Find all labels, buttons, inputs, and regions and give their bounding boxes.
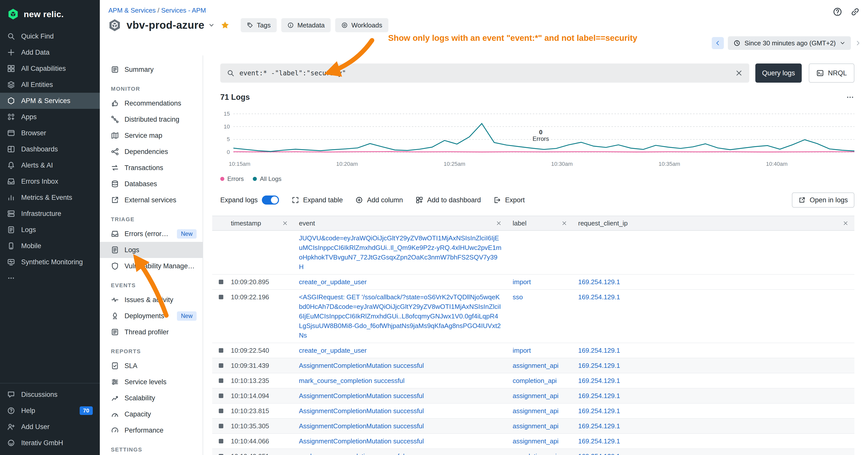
sidebar-item-errors-inbox[interactable]: Errors Inbox [0, 173, 100, 190]
log-event-link[interactable]: AssignmentCompletionMutation successful [299, 362, 424, 369]
sidebar-item-metrics-events[interactable]: Metrics & Events [0, 190, 100, 205]
time-back-button[interactable] [712, 37, 724, 49]
clear-query-icon[interactable] [735, 69, 743, 77]
more-options-icon[interactable] [846, 93, 855, 101]
logs-timeseries-chart[interactable]: 051015 0 Errors [220, 108, 855, 158]
log-label-link[interactable]: import [513, 347, 531, 354]
sidebar-item-browser[interactable]: Browser [0, 125, 100, 141]
subnav-item-deployments[interactable]: DeploymentsNew [100, 308, 203, 324]
subnav-item-performance[interactable]: Performance [100, 422, 203, 438]
log-query-input[interactable]: event:* -"label":"security" [220, 64, 749, 83]
subnav-item-logs[interactable]: Logs [100, 242, 203, 258]
open-in-logs-button[interactable]: Open in logs [792, 193, 855, 207]
subnav-item-thread-profiler[interactable]: Thread profiler [100, 324, 203, 340]
log-row[interactable]: 10:10:49.051mark_course_completion succe… [212, 449, 855, 455]
log-ip-link[interactable]: 169.254.129.1 [578, 422, 620, 430]
subnav-item-external-services[interactable]: External services [100, 192, 203, 208]
query-logs-button[interactable]: Query logs [755, 64, 802, 83]
log-ip-link[interactable]: 169.254.129.1 [578, 437, 620, 445]
sidebar-item-item[interactable] [0, 270, 100, 286]
sidebar-item-infrastructure[interactable]: Infrastructure [0, 205, 100, 222]
breadcrumb-link-services-apm[interactable]: Services - APM [161, 6, 206, 14]
subnav-item-recommendations[interactable]: Recommendations [100, 95, 203, 111]
sidebar-item-alerts-ai[interactable]: Alerts & AI [0, 157, 100, 173]
add-to-dashboard-button[interactable]: Add to dashboard [415, 196, 481, 204]
log-row[interactable]: 10:09:22.196<ASGIRequest: GET '/sso/call… [212, 290, 855, 343]
favorite-star-icon[interactable] [220, 21, 229, 30]
sidebar-item-dashboards[interactable]: Dashboards [0, 141, 100, 157]
subnav-item-sla[interactable]: SLA [100, 358, 203, 374]
subnav-item-transactions[interactable]: Transactions [100, 160, 203, 176]
log-ip-link[interactable]: 169.254.129.1 [578, 347, 620, 354]
log-event-link[interactable]: AssignmentCompletionMutation successful [299, 407, 424, 415]
log-row[interactable]: 10:09:31.439AssignmentCompletionMutation… [212, 358, 855, 373]
workloads-button[interactable]: Workloads [335, 18, 388, 32]
sidebar-item-quick-find[interactable]: Quick Find [0, 28, 100, 44]
log-label-link[interactable]: assignment_api [513, 392, 558, 399]
subnav-item-summary[interactable]: Summary [100, 62, 203, 77]
log-label-link[interactable]: completion_api [513, 377, 557, 385]
remove-column-icon[interactable] [496, 221, 501, 226]
sidebar-item-apm-services[interactable]: APM & Services [0, 93, 100, 109]
help-circle-icon[interactable] [833, 7, 842, 17]
sidebar-item-logs[interactable]: Logs [0, 222, 100, 238]
log-row[interactable]: 10:10:35.305AssignmentCompletionMutation… [212, 419, 855, 434]
sidebar-item-all-entities[interactable]: All Entities [0, 76, 100, 93]
log-row[interactable]: 10:10:13.235mark_course_completion succe… [212, 373, 855, 389]
remove-column-icon[interactable] [282, 221, 288, 226]
expand-logs-toggle[interactable]: Expand logs [220, 195, 279, 204]
column-header-timestamp[interactable]: timestamp [212, 216, 294, 230]
log-ip-link[interactable]: 169.254.129.1 [578, 453, 620, 455]
sidebar-item-all-capabilities[interactable]: All Capabilities [0, 61, 100, 76]
sidebar-item-add-user[interactable]: Add User [0, 419, 100, 435]
subnav-item-errors-errors-inb[interactable]: Errors (errors inb...New [100, 226, 203, 242]
log-event-link[interactable]: mark_course_completion successful [299, 453, 404, 455]
subnav-item-distributed-tracing[interactable]: Distributed tracing [100, 111, 203, 128]
metadata-button[interactable]: Metadata [281, 18, 331, 32]
sidebar-item-add-data[interactable]: Add Data [0, 44, 100, 61]
nrql-button[interactable]: NRQL [809, 64, 855, 83]
sidebar-item-discussions[interactable]: Discussions [0, 387, 100, 402]
permalink-icon[interactable] [850, 7, 860, 17]
new-relic-logo[interactable]: new relic. [0, 0, 100, 28]
export-button[interactable]: Export [494, 196, 525, 204]
log-event-link[interactable]: create_or_update_user [299, 278, 367, 286]
log-row[interactable]: 10:09:22.540create_or_update_userimport1… [212, 343, 855, 358]
log-ip-link[interactable]: 169.254.129.1 [578, 362, 620, 369]
sidebar-item-synthetic-monitoring[interactable]: Synthetic Monitoring [0, 254, 100, 270]
log-label-link[interactable]: assignment_api [513, 437, 558, 445]
log-event-link[interactable]: <ASGIRequest: GET '/sso/callback/?state=… [299, 293, 501, 339]
time-forward-button[interactable] [855, 40, 861, 46]
log-event-link[interactable]: AssignmentCompletionMutation successful [299, 437, 424, 445]
column-header-label[interactable]: label [507, 216, 573, 230]
log-ip-link[interactable]: 169.254.129.1 [578, 377, 620, 385]
add-column-button[interactable]: Add column [355, 196, 403, 204]
log-row[interactable]: JUQVU&code=eyJraWQiOiJjcGltY29yZV8wOTI1M… [212, 231, 855, 274]
sidebar-item-help[interactable]: Help70 [0, 402, 100, 419]
subnav-item-databases[interactable]: Databases [100, 176, 203, 192]
log-event-link[interactable]: AssignmentCompletionMutation successful [299, 422, 424, 430]
column-header-request-client-ip[interactable]: request_client_ip [573, 216, 855, 230]
log-label-link[interactable]: sso [513, 293, 523, 301]
subnav-item-service-levels[interactable]: Service levels [100, 374, 203, 390]
log-label-link[interactable]: assignment_api [513, 422, 558, 430]
log-ip-link[interactable]: 169.254.129.1 [578, 278, 620, 286]
entity-dropdown-chevron-icon[interactable] [209, 22, 215, 28]
time-range-dropdown[interactable]: Since 30 minutes ago (GMT+2) [728, 36, 851, 50]
log-row[interactable]: 10:10:23.815AssignmentCompletionMutation… [212, 403, 855, 419]
remove-column-icon[interactable] [843, 221, 848, 226]
sidebar-item-mobile[interactable]: Mobile [0, 238, 100, 254]
subnav-item-vulnerability-management[interactable]: Vulnerability Management [100, 258, 203, 274]
subnav-item-service-map[interactable]: Service map [100, 128, 203, 143]
log-event-link[interactable]: JUQVU&code=eyJraWQiOiJjcGltY29yZV8wOTI1M… [299, 234, 501, 270]
log-row[interactable]: 10:10:14.094AssignmentCompletionMutation… [212, 389, 855, 403]
log-event-link[interactable]: create_or_update_user [299, 347, 367, 354]
remove-column-icon[interactable] [561, 221, 567, 226]
log-label-link[interactable]: import [513, 278, 531, 286]
log-label-link[interactable]: assignment_api [513, 362, 558, 369]
sidebar-item-apps[interactable]: Apps [0, 109, 100, 125]
column-header-event[interactable]: event [294, 216, 507, 230]
legend-all-logs[interactable]: All Logs [253, 175, 281, 183]
log-event-link[interactable]: mark_course_completion successful [299, 377, 404, 385]
log-event-link[interactable]: AssignmentCompletionMutation successful [299, 392, 424, 399]
